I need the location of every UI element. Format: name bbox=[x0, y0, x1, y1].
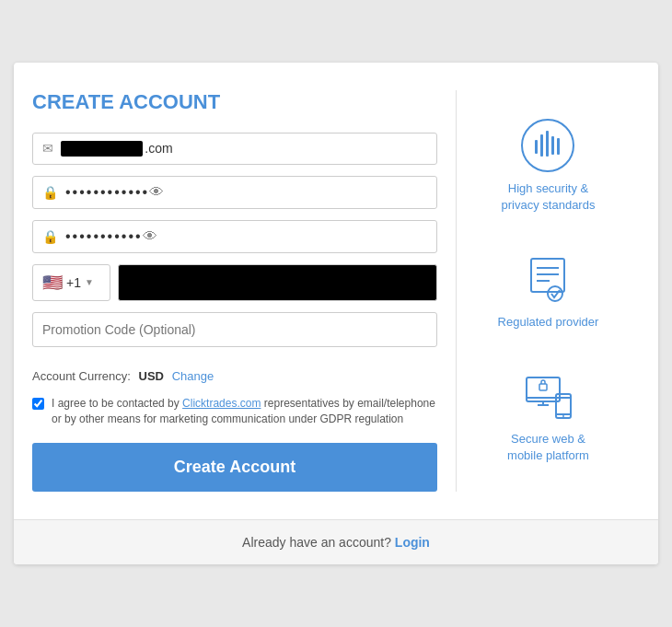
phone-number-masked bbox=[128, 273, 220, 289]
promo-input[interactable] bbox=[32, 312, 437, 347]
currency-change-link[interactable]: Change bbox=[172, 369, 214, 383]
gdpr-checkbox-row: I agree to be contacted by Clicktrades.c… bbox=[32, 396, 437, 427]
email-icon: ✉ bbox=[42, 141, 53, 156]
email-masked: hidden@email bbox=[61, 141, 143, 157]
confirm-input-wrapper: 🔒 ••••••••••• 👁 bbox=[32, 220, 437, 253]
security-label: High security &privacy standards bbox=[502, 180, 596, 214]
page-title: CREATE ACCOUNT bbox=[32, 90, 437, 114]
mobile-icon bbox=[521, 368, 576, 424]
svg-rect-2 bbox=[546, 131, 549, 157]
confirm-dots: ••••••••••• bbox=[65, 228, 143, 245]
country-flag: 🇺🇸 bbox=[42, 273, 63, 293]
password-dots: •••••••••••• bbox=[65, 184, 149, 201]
mobile-label: Secure web &mobile platform bbox=[507, 431, 589, 464]
title-accent: ACCOUNT bbox=[119, 90, 220, 113]
feature-regulated: Regulated provider bbox=[498, 242, 599, 340]
phone-row: 🇺🇸 +1 ▼ bbox=[32, 264, 437, 301]
svg-rect-4 bbox=[535, 140, 538, 154]
feature-security: High security &privacy standards bbox=[502, 109, 596, 223]
card-footer: Already have an account? Login bbox=[14, 519, 658, 564]
svg-rect-19 bbox=[539, 384, 547, 390]
country-selector[interactable]: 🇺🇸 +1 ▼ bbox=[32, 264, 110, 301]
eye-icon-2[interactable]: 👁 bbox=[143, 228, 157, 245]
email-field-group: ✉ hidden@email .com bbox=[32, 133, 437, 165]
create-account-button[interactable]: Create Account bbox=[32, 443, 437, 492]
eye-icon-1[interactable]: 👁 bbox=[149, 184, 164, 201]
dropdown-arrow-icon: ▼ bbox=[85, 277, 94, 287]
gdpr-text: I agree to be contacted by Clicktrades.c… bbox=[52, 396, 437, 427]
svg-rect-1 bbox=[540, 134, 543, 157]
clicktrades-link[interactable]: Clicktrades.com bbox=[182, 397, 261, 410]
lock-icon-1: 🔒 bbox=[42, 185, 58, 200]
password-field-group: 🔒 •••••••••••• 👁 bbox=[32, 176, 437, 209]
regulated-label: Regulated provider bbox=[498, 314, 599, 331]
regulated-icon bbox=[520, 251, 575, 307]
confirm-password-group: 🔒 ••••••••••• 👁 bbox=[32, 220, 437, 253]
card-body: CREATE ACCOUNT ✉ hidden@email .com 🔒 •••… bbox=[14, 63, 658, 520]
main-card: CREATE ACCOUNT ✉ hidden@email .com 🔒 •••… bbox=[14, 63, 658, 565]
currency-value: USD bbox=[139, 369, 164, 383]
svg-rect-3 bbox=[551, 136, 554, 155]
feature-mobile: Secure web &mobile platform bbox=[507, 359, 589, 473]
email-suffix: .com bbox=[145, 141, 172, 156]
security-icon bbox=[520, 118, 575, 173]
password-input-wrapper: 🔒 •••••••••••• 👁 bbox=[32, 176, 437, 209]
currency-label: Account Currency: bbox=[32, 369, 131, 383]
country-code: +1 bbox=[66, 275, 81, 290]
promo-field-group bbox=[32, 312, 437, 358]
svg-rect-5 bbox=[557, 138, 560, 155]
currency-row: Account Currency: USD Change bbox=[32, 369, 437, 383]
title-static: CREATE bbox=[32, 90, 114, 113]
left-panel: CREATE ACCOUNT ✉ hidden@email .com 🔒 •••… bbox=[32, 90, 456, 493]
gdpr-checkbox[interactable] bbox=[32, 398, 44, 410]
login-link[interactable]: Login bbox=[395, 535, 430, 550]
svg-point-10 bbox=[548, 286, 562, 301]
phone-number-wrapper bbox=[118, 264, 437, 301]
lock-icon-2: 🔒 bbox=[42, 229, 58, 244]
email-input-wrapper: ✉ hidden@email .com bbox=[32, 133, 437, 165]
svg-point-18 bbox=[562, 415, 564, 417]
right-panel: High security &privacy standards Regulat… bbox=[456, 90, 640, 493]
footer-text: Already have an account? bbox=[242, 535, 391, 550]
